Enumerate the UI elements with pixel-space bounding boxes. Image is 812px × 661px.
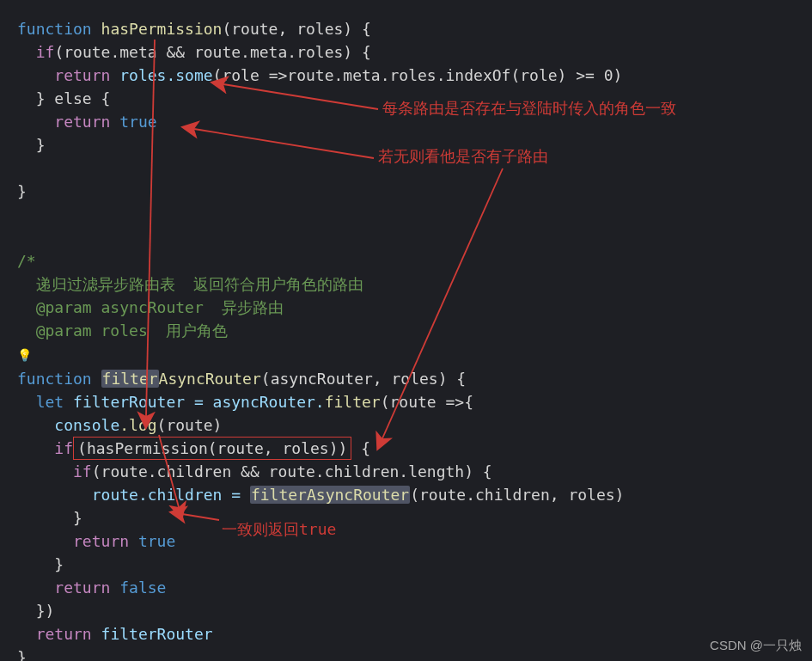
code-block: function hasPermission(route, roles) { i… (17, 17, 812, 661)
cond: (route.children && route.children.length… (92, 462, 492, 480)
keyword-return: return (54, 578, 110, 597)
comment: @param asyncRouter 异步路由 (17, 298, 284, 316)
args: (route =>{ (381, 393, 473, 411)
cond: (route.meta && route.meta.roles) { (54, 43, 370, 61)
comment: /* (17, 252, 36, 270)
brace: } (17, 648, 27, 661)
brace: { (351, 439, 370, 457)
else: } else { (36, 89, 111, 107)
function-name-hl: filter (101, 370, 159, 388)
lightbulb-icon[interactable]: 💡 (17, 348, 32, 362)
close-paren: }) (36, 602, 55, 620)
keyword-return: return (36, 625, 92, 643)
comment: 递归过滤异步路由表 返回符合用户角色的路由 (17, 275, 363, 293)
keyword: function (17, 370, 92, 388)
keyword-if: if (36, 43, 55, 61)
literal-true: true (129, 532, 175, 550)
literal-false: false (110, 578, 166, 597)
brace: } (54, 555, 64, 573)
literal-true: true (110, 113, 156, 131)
comment: @param roles 用户角色 (17, 321, 228, 340)
args: (route) (157, 416, 223, 434)
assign: route.children = (92, 486, 250, 504)
red-box-condition: (hasPermission(route, roles)) (73, 437, 351, 460)
method: filter (325, 393, 381, 411)
recursive-call: filterAsyncRouter (250, 486, 410, 504)
keyword-let: let (36, 393, 64, 411)
return-var: filterRouter (92, 625, 213, 643)
keyword-return: return (54, 66, 110, 84)
keyword-if: if (54, 439, 73, 457)
brace: } (17, 182, 27, 200)
args: (role =>route.meta.roles.indexOf(role) >… (213, 66, 623, 84)
watermark: CSDN @一只烛 (710, 638, 802, 654)
function-name: hasPermission (101, 20, 223, 38)
function-name: AsyncRouter (159, 370, 261, 388)
method: .log (119, 416, 156, 434)
brace: } (73, 509, 82, 527)
args: (route.children, roles) (410, 486, 624, 504)
keyword: function (17, 20, 92, 38)
keyword-return: return (54, 113, 110, 131)
args: (route, roles) { (222, 20, 370, 38)
keyword-return: return (73, 532, 129, 550)
var: filterRouter = asyncRouter. (64, 393, 324, 411)
console: console (54, 416, 119, 434)
args: (asyncRouter, roles) { (261, 370, 466, 388)
fn-pre: filter (102, 370, 158, 388)
keyword-if: if (73, 462, 92, 480)
code-editor: function hasPermission(route, roles) { i… (0, 0, 812, 661)
expr: roles.some (110, 66, 212, 84)
brace: } (36, 136, 46, 154)
